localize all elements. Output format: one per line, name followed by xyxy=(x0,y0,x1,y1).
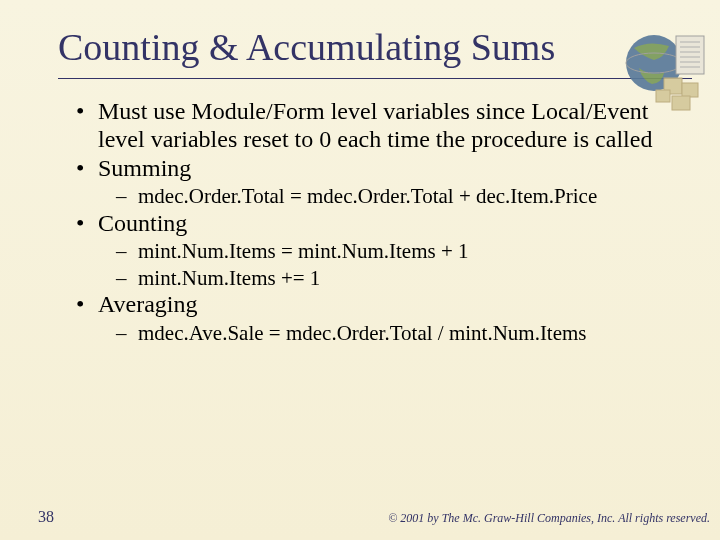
bullet-text: Counting xyxy=(98,209,187,237)
page-number: 38 xyxy=(38,508,54,526)
bullet-text: Summing xyxy=(98,154,191,182)
bullet-text: mdec.Ave.Sale = mdec.Order.Total / mint.… xyxy=(138,321,587,346)
sub-bullet-item: – mint.Num.Items += 1 xyxy=(116,266,692,291)
bullet-text: mint.Num.Items += 1 xyxy=(138,266,320,291)
svg-rect-11 xyxy=(656,90,670,102)
svg-rect-10 xyxy=(682,83,698,97)
bullet-item: • Counting xyxy=(76,209,692,237)
bullet-item: • Averaging xyxy=(76,290,692,318)
bullet-marker: – xyxy=(116,184,138,209)
sub-bullet-item: – mdec.Ave.Sale = mdec.Order.Total / min… xyxy=(116,321,692,346)
bullet-marker: • xyxy=(76,290,98,318)
slide-title: Counting & Accumulating Sums xyxy=(58,28,692,79)
bullet-marker: – xyxy=(116,266,138,291)
bullet-item: • Summing xyxy=(76,154,692,182)
decorative-globe-image xyxy=(614,28,714,118)
bullet-marker: – xyxy=(116,321,138,346)
bullet-text: mint.Num.Items = mint.Num.Items + 1 xyxy=(138,239,469,264)
bullet-marker: • xyxy=(76,209,98,237)
bullet-text: Must use Module/Form level variables sin… xyxy=(98,97,692,154)
bullet-item: • Must use Module/Form level variables s… xyxy=(76,97,692,154)
svg-rect-12 xyxy=(672,96,690,110)
sub-bullet-item: – mdec.Order.Total = mdec.Order.Total + … xyxy=(116,184,692,209)
copyright-text: © 2001 by The Mc. Graw-Hill Companies, I… xyxy=(388,511,710,526)
bullet-text: mdec.Order.Total = mdec.Order.Total + de… xyxy=(138,184,597,209)
bullet-text: Averaging xyxy=(98,290,198,318)
slide-body: • Must use Module/Form level variables s… xyxy=(58,97,692,346)
slide-footer: 38 © 2001 by The Mc. Graw-Hill Companies… xyxy=(0,508,720,526)
bullet-marker: • xyxy=(76,154,98,182)
bullet-marker: • xyxy=(76,97,98,154)
bullet-marker: – xyxy=(116,239,138,264)
sub-bullet-item: – mint.Num.Items = mint.Num.Items + 1 xyxy=(116,239,692,264)
